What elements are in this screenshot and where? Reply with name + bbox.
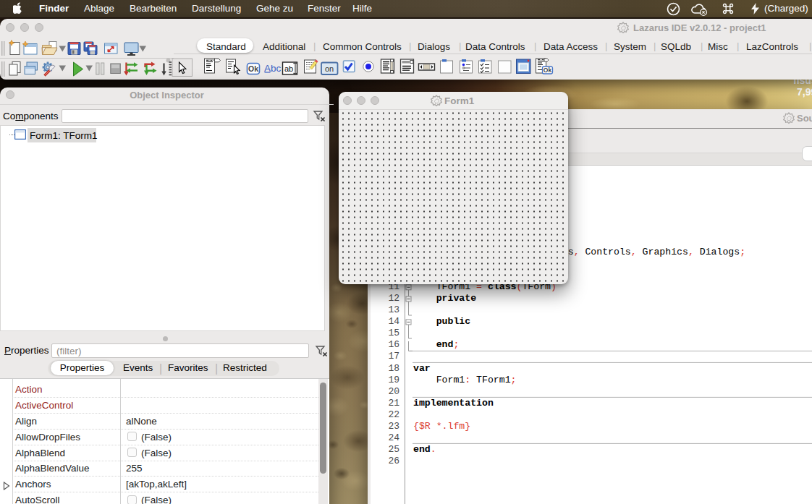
- svg-text:Ok: Ok: [248, 64, 258, 73]
- svg-text:Ok: Ok: [544, 67, 552, 74]
- svg-text:ab: ab: [284, 64, 293, 73]
- svg-text:on: on: [325, 64, 334, 73]
- svg-text:Abc: Abc: [264, 63, 282, 74]
